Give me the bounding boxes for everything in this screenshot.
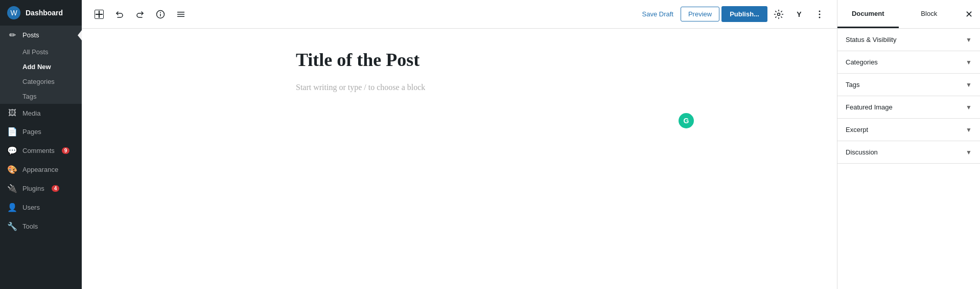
sidebar-item-comments-label: Comments — [22, 147, 55, 154]
redo-icon — [135, 10, 145, 19]
panel-status-visibility-header[interactable]: Status & Visibility ▼ — [837, 29, 980, 51]
active-arrow — [78, 30, 82, 40]
comments-badge: 9 — [62, 147, 70, 154]
plugins-badge: 4 — [52, 185, 60, 192]
svg-rect-7 — [177, 14, 184, 15]
panel-tags-label: Tags — [846, 81, 859, 88]
svg-rect-4 — [160, 14, 161, 16]
svg-point-5 — [160, 12, 161, 13]
save-draft-button[interactable]: Save Draft — [637, 7, 679, 21]
tools-icon: 🔧 — [7, 221, 17, 231]
gear-icon — [774, 9, 784, 19]
panel-discussion-label: Discussion — [846, 148, 878, 156]
more-options-button[interactable] — [810, 5, 829, 24]
post-title[interactable]: Title of the Post — [296, 49, 623, 71]
panel-excerpt: Excerpt ▼ — [837, 119, 980, 141]
panel-categories-header[interactable]: Categories ▼ — [837, 51, 980, 73]
pages-icon: 📄 — [7, 127, 17, 137]
panel-categories-label: Categories — [846, 58, 878, 66]
more-vertical-icon — [814, 9, 825, 19]
svg-point-13 — [819, 13, 821, 15]
chevron-tags: ▼ — [966, 81, 972, 88]
list-icon — [176, 10, 185, 19]
wp-logo: W — [7, 6, 20, 19]
sidebar-sub-categories[interactable]: Categories — [0, 74, 82, 89]
panel-featured-image-header[interactable]: Featured Image ▼ — [837, 96, 980, 118]
info-button[interactable] — [151, 5, 170, 24]
add-block-button[interactable] — [90, 5, 108, 24]
sidebar-item-plugins-label: Plugins — [22, 185, 44, 192]
sidebar-sub-add-new[interactable]: Add New — [0, 59, 82, 74]
sidebar-item-tools[interactable]: 🔧 Tools — [0, 217, 82, 236]
grammarly-icon-container: G — [679, 113, 694, 128]
panel-status-visibility-label: Status & Visibility — [846, 36, 896, 43]
sidebar-item-appearance[interactable]: 🎨 Appearance — [0, 160, 82, 179]
undo-button[interactable] — [110, 5, 129, 24]
grammarly-badge[interactable]: G — [679, 113, 694, 128]
svg-rect-1 — [96, 14, 103, 15]
sidebar-posts-submenu: All Posts Add New Categories Tags — [0, 45, 82, 104]
chevron-discussion: ▼ — [966, 149, 972, 156]
sidebar-item-pages-label: Pages — [22, 128, 41, 136]
right-sidebar-header: Document Block ✕ — [837, 0, 980, 29]
right-sidebar: Document Block ✕ Status & Visibility ▼ C… — [837, 0, 980, 289]
sidebar-item-comments[interactable]: 💬 Comments 9 — [0, 141, 82, 160]
plugins-icon: 🔌 — [7, 184, 17, 193]
chevron-featured-image: ▼ — [966, 104, 972, 111]
toolbar: Save Draft Preview Publish... Y — [82, 0, 837, 29]
panel-featured-image: Featured Image ▼ — [837, 96, 980, 119]
settings-button[interactable] — [769, 5, 788, 24]
dashboard-label: Dashboard — [26, 9, 63, 17]
main-area: Save Draft Preview Publish... Y Titl — [82, 0, 837, 289]
post-placeholder[interactable]: Start writing or type / to choose a bloc… — [296, 83, 623, 92]
chevron-status-visibility: ▼ — [966, 36, 972, 43]
sidebar: W Dashboard ✏ Posts All Posts Add New Ca… — [0, 0, 82, 289]
tab-block[interactable]: Block — [899, 0, 960, 28]
sidebar-item-pages[interactable]: 📄 Pages — [0, 122, 82, 141]
editor-content: Title of the Post Start writing or type … — [275, 49, 643, 269]
list-view-button[interactable] — [172, 5, 190, 24]
sidebar-item-posts[interactable]: ✏ Posts — [0, 26, 82, 45]
sidebar-item-appearance-label: Appearance — [22, 166, 58, 173]
close-sidebar-button[interactable]: ✕ — [960, 5, 978, 24]
panel-featured-image-label: Featured Image — [846, 103, 893, 111]
panel-discussion: Discussion ▼ — [837, 141, 980, 164]
sidebar-sub-all-posts[interactable]: All Posts — [0, 45, 82, 59]
sidebar-item-users-label: Users — [22, 204, 40, 211]
editor-area: Title of the Post Start writing or type … — [82, 29, 837, 289]
sidebar-item-users[interactable]: 👤 Users — [0, 198, 82, 217]
publish-button[interactable]: Publish... — [721, 6, 767, 22]
sidebar-item-tools-label: Tools — [22, 223, 38, 230]
svg-point-9 — [778, 13, 780, 15]
sidebar-sub-tags[interactable]: Tags — [0, 89, 82, 104]
info-icon — [156, 10, 165, 19]
svg-point-14 — [819, 16, 821, 18]
undo-icon — [115, 10, 124, 19]
panel-discussion-header[interactable]: Discussion ▼ — [837, 141, 980, 163]
chevron-categories: ▼ — [966, 59, 972, 66]
svg-rect-8 — [177, 16, 184, 17]
appearance-icon: 🎨 — [7, 165, 17, 174]
redo-button[interactable] — [131, 5, 149, 24]
media-icon: 🖼 — [7, 108, 17, 118]
panel-status-visibility: Status & Visibility ▼ — [837, 29, 980, 51]
panel-excerpt-label: Excerpt — [846, 126, 868, 134]
panel-tags: Tags ▼ — [837, 74, 980, 96]
users-icon: 👤 — [7, 203, 17, 212]
sidebar-item-posts-label: Posts — [22, 31, 39, 39]
add-icon — [95, 10, 104, 19]
panel-excerpt-header[interactable]: Excerpt ▼ — [837, 119, 980, 141]
sidebar-item-media[interactable]: 🖼 Media — [0, 104, 82, 122]
sidebar-header: W Dashboard — [0, 0, 82, 26]
tab-document[interactable]: Document — [837, 0, 899, 28]
panel-tags-header[interactable]: Tags ▼ — [837, 74, 980, 96]
preview-button[interactable]: Preview — [681, 7, 719, 21]
posts-icon: ✏ — [7, 30, 17, 40]
svg-point-12 — [819, 10, 821, 12]
svg-text:Y: Y — [797, 10, 802, 18]
sidebar-item-plugins[interactable]: 🔌 Plugins 4 — [0, 179, 82, 198]
svg-rect-6 — [177, 12, 184, 13]
chevron-excerpt: ▼ — [966, 126, 972, 134]
panel-categories: Categories ▼ — [837, 51, 980, 74]
yoast-button[interactable]: Y — [790, 5, 808, 24]
